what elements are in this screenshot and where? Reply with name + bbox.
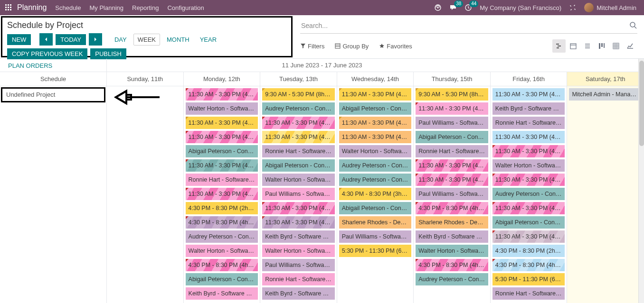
prev-button[interactable] <box>39 33 53 46</box>
shift-event[interactable]: 11:30 AM - 3:30 PM (4h) - L... <box>339 117 412 129</box>
shift-event[interactable]: Paul Williams - Software Ju... <box>262 259 335 271</box>
scale-day[interactable]: DAY <box>111 34 131 45</box>
shift-event[interactable]: 11:30 AM - 3:30 PM (4h) - ... <box>416 159 488 172</box>
search-input[interactable] <box>300 20 629 31</box>
view-calendar-icon[interactable] <box>567 39 580 53</box>
shift-event[interactable]: 11:30 AM - 3:30 PM (4h) - ... <box>262 131 335 143</box>
shift-event[interactable]: Ronnie Hart - Software Seni... <box>492 117 565 129</box>
activities-icon[interactable]: 44 <box>464 4 472 11</box>
shift-event[interactable]: Walter Horton - Software J... <box>186 102 258 115</box>
shift-event[interactable]: 11:30 AM - 3:30 PM (4h) - ... <box>262 202 335 214</box>
shift-event[interactable]: Walter Horton - Software J... <box>262 174 335 186</box>
shift-event[interactable]: 11:30 AM - 3:30 PM (4h) - J... <box>186 88 258 101</box>
new-button[interactable]: NEW <box>7 34 31 45</box>
shift-event[interactable]: 4:30 PM - 8:30 PM (2h) - To... <box>492 245 565 257</box>
shift-event[interactable]: 11:30 AM - 3:30 PM (4h) - L... <box>492 131 565 143</box>
shift-event[interactable]: Abigail Peterson - Consultant <box>339 202 412 214</box>
messaging-icon[interactable]: 38 <box>449 4 457 11</box>
shift-event[interactable]: Abigail Peterson - Consultant <box>262 159 335 172</box>
shift-event[interactable]: 11:30 AM - 3:30 PM (4h) - ... <box>262 216 335 229</box>
shift-event[interactable]: 4:30 PM - 8:30 PM (4h) - To... <box>492 259 565 271</box>
shift-event[interactable]: Sharlene Rhodes - Developer <box>339 216 412 229</box>
shift-event[interactable]: 4:30 PM - 8:30 PM (4h) - To... <box>186 216 258 229</box>
shift-event[interactable]: 11:30 AM - 3:30 PM (4h) - ... <box>416 174 488 186</box>
view-kanban-icon[interactable] <box>595 39 608 53</box>
view-list-icon[interactable] <box>581 39 594 53</box>
shift-event[interactable]: Audrey Peterson - Consulta... <box>339 159 412 172</box>
shift-event[interactable]: Walter Horton - Software J... <box>262 245 335 257</box>
shift-event[interactable]: Audrey Peterson - Consulta... <box>339 174 412 186</box>
shift-event[interactable]: Abigail Peterson - Consultant <box>416 131 488 143</box>
shift-event[interactable]: Keith Byrd - Software Seni... <box>186 287 258 300</box>
copy-previous-week-button[interactable]: COPY PREVIOUS WEEK <box>7 48 87 59</box>
shift-event[interactable]: Ronnie Hart - Software Seni... <box>186 174 258 186</box>
shift-event[interactable]: Abigail Peterson - Consultant <box>186 145 258 157</box>
shift-event[interactable]: Ronnie Hart - Software Seni... <box>262 145 335 157</box>
shift-event[interactable]: Walter Horton - Software J... <box>186 245 258 257</box>
shift-event[interactable]: 4:30 PM - 8:30 PM (4h) - Je... <box>416 202 488 214</box>
shift-event[interactable]: 4:30 PM - 8:30 PM (2h) - C... <box>186 202 258 214</box>
view-gantt-icon[interactable] <box>552 39 566 53</box>
shift-event[interactable]: Audrey Peterson - Consulta... <box>262 102 335 115</box>
shift-event[interactable]: 11:30 AM - 3:30 PM (4h) - ... <box>492 230 565 243</box>
shift-event[interactable]: 9:30 AM - 5:30 PM (8h) - C... <box>262 88 335 101</box>
shift-event[interactable]: 5:30 PM - 11:30 PM (6h) - C... <box>339 245 412 257</box>
shift-event[interactable]: 11:30 AM - 3:30 PM (4h) - J... <box>492 202 565 214</box>
shift-event[interactable]: Audrey Peterson - Consulta... <box>186 230 258 243</box>
shift-event[interactable]: Ronnie Hart - Software Seni... <box>262 273 335 285</box>
vertical-scrollbar[interactable] <box>638 59 644 303</box>
shift-event[interactable]: 11:30 AM - 3:30 PM (4h) - ... <box>339 131 412 143</box>
shift-event[interactable]: Paul Williams - Software Ju... <box>416 117 488 129</box>
shift-event[interactable]: 11:30 AM - 3:30 PM (4h) - ... <box>339 88 412 101</box>
groupby-button[interactable]: Group By <box>335 43 369 50</box>
shift-event[interactable]: 9:30 AM - 5:30 PM (8h) - C... <box>416 88 488 101</box>
shift-event[interactable]: 11:30 AM - 3:30 PM (4h) - E... <box>186 159 258 172</box>
shift-event[interactable]: Abigail Peterson - Consultant <box>492 216 565 229</box>
scale-year[interactable]: YEAR <box>196 34 220 45</box>
shift-event[interactable]: Walter Horton - Software Ju... <box>416 245 488 257</box>
shift-event[interactable]: Keith Byrd - Software Seni... <box>262 287 335 300</box>
shift-event[interactable]: Paul Williams - Software Ju... <box>416 188 488 200</box>
shift-event[interactable]: Sharlene Rhodes - Developer <box>416 216 488 229</box>
shift-event[interactable]: 4:30 PM - 8:30 PM (4h) - Eli... <box>416 259 488 271</box>
shift-event[interactable]: 11:30 AM - 3:30 PM (4h) - P... <box>186 188 258 200</box>
shift-event[interactable]: Walter Horton - Software J... <box>492 159 565 172</box>
shift-event[interactable]: Paul Williams - Software Ju... <box>262 188 335 200</box>
view-pivot-icon[interactable] <box>609 39 623 53</box>
shift-event[interactable]: 4:30 PM - 8:30 PM (4h) - Be... <box>186 259 258 271</box>
shift-event[interactable]: Mitchell Admin - Managem... <box>569 88 642 101</box>
shift-event[interactable]: Abigail Peterson - Consultant <box>186 273 258 285</box>
shift-event[interactable]: 4:30 PM - 8:30 PM (3h36) - ... <box>339 188 412 200</box>
shift-event[interactable]: Keith Byrd - Software Seni... <box>416 230 488 243</box>
shift-event[interactable]: 11:30 AM - 3:30 PM (4h) - ... <box>186 131 258 143</box>
shift-event[interactable]: 11:30 AM - 3:30 PM (4h) - ... <box>262 117 335 129</box>
company-switcher[interactable]: My Company (San Francisco) <box>480 4 561 11</box>
shift-event[interactable]: Keith Byrd - Software Seni... <box>262 230 335 243</box>
app-name[interactable]: Planning <box>17 3 47 12</box>
nav-reporting[interactable]: Reporting <box>132 4 159 11</box>
shift-event[interactable]: 5:30 PM - 11:30 PM (6h) - C... <box>492 273 565 285</box>
shift-event[interactable]: 11:30 AM - 3:30 PM (4h) - E... <box>492 88 565 101</box>
today-button[interactable]: TODAY <box>56 34 86 45</box>
settings-icon[interactable] <box>569 4 577 11</box>
view-graph-icon[interactable] <box>624 39 637 53</box>
filters-button[interactable]: Filters <box>300 43 324 50</box>
shift-event[interactable]: 11:30 AM - 3:30 PM (4h) - ... <box>186 117 258 129</box>
search-icon[interactable] <box>629 21 637 31</box>
publish-button[interactable]: PUBLISH <box>90 48 126 59</box>
shift-event[interactable]: Ronnie Hart - Software Seni... <box>492 287 565 300</box>
nav-my-planning[interactable]: My Planning <box>90 4 124 11</box>
shift-event[interactable]: Walter Horton - Software J... <box>339 145 412 157</box>
shift-event[interactable]: Keith Byrd - Software Seni... <box>492 102 565 115</box>
shift-event[interactable]: Audrey Peterson - Consulta... <box>492 188 565 200</box>
user-menu[interactable]: Mitchell Admin <box>584 3 636 12</box>
apps-icon[interactable] <box>4 3 13 12</box>
shift-event[interactable]: Ronnie Hart - Software Seni... <box>416 145 488 157</box>
shift-event[interactable]: Paul Williams - Software Ju... <box>339 230 412 243</box>
shift-event[interactable]: 11:30 AM - 3:30 PM (4h) - E... <box>492 145 565 157</box>
dial-icon[interactable] <box>434 4 442 11</box>
favorites-button[interactable]: Favorites <box>379 43 412 50</box>
nav-configuration[interactable]: Configuration <box>167 4 204 11</box>
scale-month[interactable]: MONTH <box>163 34 193 45</box>
nav-schedule[interactable]: Schedule <box>55 4 81 11</box>
